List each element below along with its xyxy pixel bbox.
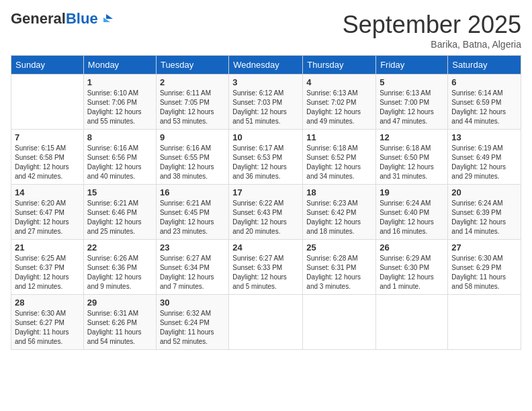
day-info: Sunrise: 6:14 AMSunset: 6:59 PMDaylight:… bbox=[451, 89, 517, 126]
weekday-header-sunday: Sunday bbox=[11, 56, 84, 75]
calendar-cell: 5Sunrise: 6:13 AMSunset: 7:00 PMDaylight… bbox=[376, 75, 448, 130]
logo-icon bbox=[101, 11, 116, 26]
calendar-cell bbox=[376, 295, 448, 350]
day-info: Sunrise: 6:30 AMSunset: 6:27 PMDaylight:… bbox=[15, 309, 80, 347]
day-info: Sunrise: 6:28 AMSunset: 6:31 PMDaylight:… bbox=[306, 254, 372, 291]
calendar-week-row: 28Sunrise: 6:30 AMSunset: 6:27 PMDayligh… bbox=[11, 295, 521, 350]
day-number: 10 bbox=[232, 132, 299, 142]
day-info: Sunrise: 6:12 AMSunset: 7:03 PMDaylight:… bbox=[232, 89, 299, 126]
calendar-cell bbox=[448, 295, 521, 350]
day-info: Sunrise: 6:21 AMSunset: 6:46 PMDaylight:… bbox=[87, 199, 152, 236]
day-info: Sunrise: 6:22 AMSunset: 6:43 PMDaylight:… bbox=[232, 199, 299, 236]
calendar-cell: 15Sunrise: 6:21 AMSunset: 6:46 PMDayligh… bbox=[83, 185, 156, 240]
calendar-cell: 17Sunrise: 6:22 AMSunset: 6:43 PMDayligh… bbox=[229, 185, 303, 240]
calendar-cell: 21Sunrise: 6:25 AMSunset: 6:37 PMDayligh… bbox=[11, 240, 84, 295]
day-number: 26 bbox=[380, 242, 444, 253]
day-number: 3 bbox=[232, 77, 299, 87]
calendar-week-row: 7Sunrise: 6:15 AMSunset: 6:58 PMDaylight… bbox=[11, 130, 521, 185]
day-number: 6 bbox=[451, 77, 517, 87]
day-info: Sunrise: 6:24 AMSunset: 6:39 PMDaylight:… bbox=[451, 199, 517, 236]
calendar-cell: 9Sunrise: 6:16 AMSunset: 6:55 PMDaylight… bbox=[156, 130, 228, 185]
calendar-cell: 27Sunrise: 6:30 AMSunset: 6:29 PMDayligh… bbox=[448, 240, 521, 295]
day-info: Sunrise: 6:11 AMSunset: 7:05 PMDaylight:… bbox=[160, 89, 225, 126]
calendar-cell: 25Sunrise: 6:28 AMSunset: 6:31 PMDayligh… bbox=[303, 240, 376, 295]
calendar-cell: 18Sunrise: 6:23 AMSunset: 6:42 PMDayligh… bbox=[303, 185, 376, 240]
day-info: Sunrise: 6:21 AMSunset: 6:45 PMDaylight:… bbox=[160, 199, 225, 236]
month-title: September 2025 bbox=[343, 11, 521, 39]
calendar-cell bbox=[303, 295, 376, 350]
day-info: Sunrise: 6:16 AMSunset: 6:55 PMDaylight:… bbox=[160, 144, 225, 181]
day-number: 9 bbox=[160, 132, 225, 142]
day-info: Sunrise: 6:18 AMSunset: 6:50 PMDaylight:… bbox=[380, 144, 444, 181]
logo-text: GeneralBlue bbox=[11, 11, 98, 27]
day-info: Sunrise: 6:30 AMSunset: 6:29 PMDaylight:… bbox=[451, 254, 517, 291]
calendar-week-row: 21Sunrise: 6:25 AMSunset: 6:37 PMDayligh… bbox=[11, 240, 521, 295]
weekday-header-wednesday: Wednesday bbox=[229, 56, 303, 75]
day-number: 17 bbox=[232, 187, 299, 197]
day-info: Sunrise: 6:23 AMSunset: 6:42 PMDaylight:… bbox=[306, 199, 372, 236]
day-number: 22 bbox=[87, 242, 152, 253]
day-number: 11 bbox=[306, 132, 372, 142]
logo-blue: Blue bbox=[66, 10, 98, 27]
calendar-cell: 10Sunrise: 6:17 AMSunset: 6:53 PMDayligh… bbox=[229, 130, 303, 185]
calendar-cell: 2Sunrise: 6:11 AMSunset: 7:05 PMDaylight… bbox=[156, 75, 228, 130]
calendar-cell: 24Sunrise: 6:27 AMSunset: 6:33 PMDayligh… bbox=[229, 240, 303, 295]
day-info: Sunrise: 6:24 AMSunset: 6:40 PMDaylight:… bbox=[380, 199, 444, 236]
calendar-cell: 14Sunrise: 6:20 AMSunset: 6:47 PMDayligh… bbox=[11, 185, 84, 240]
weekday-header-thursday: Thursday bbox=[303, 56, 376, 75]
day-info: Sunrise: 6:20 AMSunset: 6:47 PMDaylight:… bbox=[15, 199, 80, 236]
day-info: Sunrise: 6:26 AMSunset: 6:36 PMDaylight:… bbox=[87, 254, 152, 291]
day-number: 30 bbox=[160, 298, 225, 308]
weekday-header-tuesday: Tuesday bbox=[156, 56, 228, 75]
calendar-week-row: 14Sunrise: 6:20 AMSunset: 6:47 PMDayligh… bbox=[11, 185, 521, 240]
day-info: Sunrise: 6:10 AMSunset: 7:06 PMDaylight:… bbox=[87, 89, 152, 126]
day-info: Sunrise: 6:31 AMSunset: 6:26 PMDaylight:… bbox=[87, 309, 152, 347]
day-info: Sunrise: 6:27 AMSunset: 6:34 PMDaylight:… bbox=[160, 254, 225, 291]
day-number: 7 bbox=[15, 132, 80, 142]
day-info: Sunrise: 6:17 AMSunset: 6:53 PMDaylight:… bbox=[232, 144, 299, 181]
calendar-cell: 1Sunrise: 6:10 AMSunset: 7:06 PMDaylight… bbox=[83, 75, 156, 130]
calendar-cell: 29Sunrise: 6:31 AMSunset: 6:26 PMDayligh… bbox=[83, 295, 156, 350]
day-number: 24 bbox=[232, 242, 299, 253]
day-info: Sunrise: 6:27 AMSunset: 6:33 PMDaylight:… bbox=[232, 254, 299, 291]
title-block: September 2025 Barika, Batna, Algeria bbox=[343, 11, 521, 50]
day-number: 8 bbox=[87, 132, 152, 142]
day-number: 29 bbox=[87, 298, 152, 308]
day-info: Sunrise: 6:25 AMSunset: 6:37 PMDaylight:… bbox=[15, 254, 80, 291]
calendar-cell: 7Sunrise: 6:15 AMSunset: 6:58 PMDaylight… bbox=[11, 130, 84, 185]
day-info: Sunrise: 6:18 AMSunset: 6:52 PMDaylight:… bbox=[306, 144, 372, 181]
day-number: 2 bbox=[160, 77, 225, 87]
calendar-cell: 13Sunrise: 6:19 AMSunset: 6:49 PMDayligh… bbox=[448, 130, 521, 185]
day-number: 16 bbox=[160, 187, 225, 197]
day-number: 4 bbox=[306, 77, 372, 87]
calendar-cell: 12Sunrise: 6:18 AMSunset: 6:50 PMDayligh… bbox=[376, 130, 448, 185]
calendar-cell bbox=[11, 75, 84, 130]
logo-general: General bbox=[11, 10, 66, 27]
day-number: 20 bbox=[451, 187, 517, 197]
day-info: Sunrise: 6:15 AMSunset: 6:58 PMDaylight:… bbox=[15, 144, 80, 181]
calendar-cell: 23Sunrise: 6:27 AMSunset: 6:34 PMDayligh… bbox=[156, 240, 228, 295]
day-number: 18 bbox=[306, 187, 372, 197]
weekday-header-saturday: Saturday bbox=[448, 56, 521, 75]
day-info: Sunrise: 6:19 AMSunset: 6:49 PMDaylight:… bbox=[451, 144, 517, 181]
calendar-cell: 20Sunrise: 6:24 AMSunset: 6:39 PMDayligh… bbox=[448, 185, 521, 240]
day-info: Sunrise: 6:29 AMSunset: 6:30 PMDaylight:… bbox=[380, 254, 444, 291]
weekday-header-friday: Friday bbox=[376, 56, 448, 75]
calendar-cell: 11Sunrise: 6:18 AMSunset: 6:52 PMDayligh… bbox=[303, 130, 376, 185]
calendar-cell bbox=[229, 295, 303, 350]
calendar-cell: 28Sunrise: 6:30 AMSunset: 6:27 PMDayligh… bbox=[11, 295, 84, 350]
day-number: 19 bbox=[380, 187, 444, 197]
day-number: 28 bbox=[15, 298, 80, 308]
calendar-cell: 19Sunrise: 6:24 AMSunset: 6:40 PMDayligh… bbox=[376, 185, 448, 240]
calendar-cell: 16Sunrise: 6:21 AMSunset: 6:45 PMDayligh… bbox=[156, 185, 228, 240]
calendar-cell: 8Sunrise: 6:16 AMSunset: 6:56 PMDaylight… bbox=[83, 130, 156, 185]
day-info: Sunrise: 6:16 AMSunset: 6:56 PMDaylight:… bbox=[87, 144, 152, 181]
calendar-cell: 3Sunrise: 6:12 AMSunset: 7:03 PMDaylight… bbox=[229, 75, 303, 130]
logo: GeneralBlue bbox=[11, 11, 116, 27]
day-number: 1 bbox=[87, 77, 152, 87]
weekday-header-monday: Monday bbox=[83, 56, 156, 75]
location-subtitle: Barika, Batna, Algeria bbox=[343, 39, 521, 50]
day-number: 12 bbox=[380, 132, 444, 142]
day-number: 23 bbox=[160, 242, 225, 253]
day-number: 13 bbox=[451, 132, 517, 142]
